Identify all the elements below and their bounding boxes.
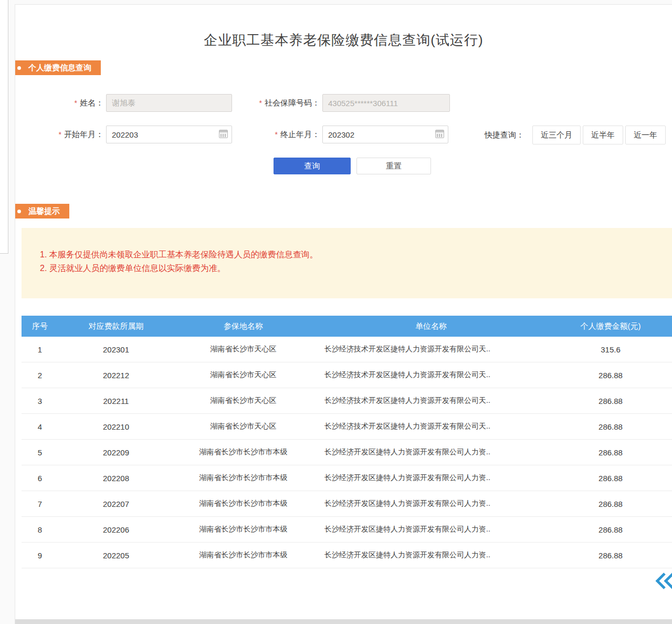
required-asterisk: * (275, 130, 278, 139)
section-badge-personal-query: 个人缴费信息查询 (15, 60, 101, 75)
name-input (106, 94, 232, 112)
form-actions: 查询 重置 (15, 158, 672, 174)
cell-company: 长沙经济开发区捷特人力资源开发有限公司人力资.. (313, 525, 549, 534)
cell-seq: 1 (22, 345, 58, 354)
ssn-input (322, 94, 450, 112)
table-row: 7 202207 湖南省长沙市长沙市市本级 长沙经济开发区捷特人力资源开发有限公… (22, 491, 672, 517)
cell-amount: 286.88 (549, 551, 672, 560)
cell-amount: 286.88 (549, 448, 672, 457)
start-month-label: *开始年月： (47, 130, 103, 140)
end-month-field-group: *终止年月： (246, 126, 448, 143)
section-badge-label: 个人缴费信息查询 (28, 63, 91, 73)
cell-company: 长沙经济技术开发区捷特人力资源开发有限公司天.. (313, 422, 549, 431)
cell-place: 湖南省长沙市长沙市市本级 (174, 525, 313, 534)
cell-company: 长沙经济开发区捷特人力资源开发有限公司人力资.. (313, 473, 549, 483)
table-row: 5 202209 湖南省长沙市长沙市市本级 长沙经济开发区捷特人力资源开发有限公… (22, 440, 672, 465)
cell-seq: 9 (22, 551, 58, 560)
quick-btn-half-year[interactable]: 近半年 (583, 126, 623, 144)
table-header-row: 序号 对应费款所属期 参保地名称 单位名称 个人缴费金额(元) (22, 316, 672, 337)
col-header-company: 单位名称 (313, 321, 549, 331)
cell-period: 202212 (58, 371, 174, 380)
col-header-place: 参保地名称 (174, 321, 313, 331)
calendar-icon[interactable] (435, 130, 444, 138)
quick-btn-one-year[interactable]: 近一年 (625, 126, 666, 144)
main-panel: 企业职工基本养老保险缴费信息查询(试运行) 个人缴费信息查询 *姓名： *社会保… (15, 4, 672, 624)
cell-seq: 5 (22, 448, 58, 457)
section-badge-tips: 温馨提示 (15, 204, 69, 219)
name-field-group: *姓名： (62, 94, 232, 112)
cell-seq: 2 (22, 371, 58, 380)
cell-company: 长沙经济技术开发区捷特人力资源开发有限公司天.. (313, 396, 549, 405)
cell-seq: 8 (22, 525, 58, 534)
end-month-label: *终止年月： (246, 130, 320, 140)
bullet-icon (17, 210, 21, 213)
cell-company: 长沙经济开发区捷特人力资源开发有限公司人力资.. (313, 499, 549, 508)
table-row: 9 202205 湖南省长沙市长沙市市本级 长沙经济开发区捷特人力资源开发有限公… (22, 543, 672, 568)
ssn-field-group: *社会保障号码： (246, 94, 450, 112)
col-header-amount: 个人缴费金额(元) (549, 321, 672, 331)
cell-amount: 286.88 (549, 500, 672, 508)
query-button[interactable]: 查询 (274, 158, 351, 174)
table-row: 2 202212 湖南省长沙市天心区 长沙经济技术开发区捷特人力资源开发有限公司… (22, 362, 672, 388)
table-row: 3 202211 湖南省长沙市天心区 长沙经济技术开发区捷特人力资源开发有限公司… (22, 388, 672, 414)
cell-period: 202208 (58, 474, 174, 483)
cell-seq: 7 (22, 500, 58, 508)
ssn-label: *社会保障号码： (246, 98, 320, 108)
bullet-icon (17, 66, 21, 70)
cell-amount: 286.88 (549, 371, 672, 380)
cell-company: 长沙经济技术开发区捷特人力资源开发有限公司天.. (313, 370, 549, 380)
cell-place: 湖南省长沙市长沙市市本级 (174, 473, 313, 483)
required-asterisk: * (59, 130, 61, 139)
cell-period: 202301 (58, 345, 174, 354)
quick-query-label: 快捷查询： (485, 130, 524, 140)
cell-amount: 286.88 (549, 525, 672, 534)
table-row: 1 202301 湖南省长沙市天心区 长沙经济技术开发区捷特人力资源开发有限公司… (22, 337, 672, 362)
cell-place: 湖南省长沙市天心区 (174, 422, 313, 431)
table-body: 1 202301 湖南省长沙市天心区 长沙经济技术开发区捷特人力资源开发有限公司… (22, 337, 672, 568)
results-table: 序号 对应费款所属期 参保地名称 单位名称 个人缴费金额(元) 1 202301… (22, 316, 672, 568)
reset-button[interactable]: 重置 (356, 158, 431, 174)
cell-amount: 286.88 (549, 474, 672, 483)
cell-seq: 6 (22, 474, 58, 483)
cell-place: 湖南省长沙市天心区 (174, 345, 313, 354)
table-row: 6 202208 湖南省长沙市长沙市市本级 长沙经济开发区捷特人力资源开发有限公… (22, 465, 672, 491)
start-month-field-group: *开始年月： (47, 126, 232, 143)
bottom-scrollbar[interactable] (15, 619, 672, 624)
cell-place: 湖南省长沙市长沙市市本级 (174, 448, 313, 457)
notice-line: 1. 本服务仅提供尚未领取企业职工基本养老保险待遇人员的缴费信息查询。 (40, 248, 662, 262)
cell-company: 长沙经济技术开发区捷特人力资源开发有限公司天.. (313, 345, 549, 354)
col-header-seq: 序号 (22, 321, 58, 331)
table-row: 8 202206 湖南省长沙市长沙市市本级 长沙经济开发区捷特人力资源开发有限公… (22, 517, 672, 543)
col-header-period: 对应费款所属期 (58, 321, 174, 331)
cell-period: 202206 (58, 525, 174, 534)
calendar-icon[interactable] (219, 130, 228, 138)
cell-period: 202210 (58, 422, 174, 431)
cell-amount: 315.6 (549, 345, 672, 354)
name-label: *姓名： (62, 98, 103, 108)
cell-place: 湖南省长沙市长沙市市本级 (174, 499, 313, 508)
notice-line: 2. 灵活就业人员的缴费单位信息以实际缴费为准。 (40, 262, 662, 275)
quick-btn-3months[interactable]: 近三个月 (532, 126, 581, 144)
cell-seq: 3 (22, 397, 58, 405)
notice-box: 1. 本服务仅提供尚未领取企业职工基本养老保险待遇人员的缴费信息查询。 2. 灵… (22, 228, 672, 298)
required-asterisk: * (259, 99, 262, 107)
cell-company: 长沙经济开发区捷特人力资源开发有限公司人力资.. (313, 448, 549, 457)
cell-place: 湖南省长沙市长沙市市本级 (174, 550, 313, 560)
left-sidebar-strip (0, 0, 8, 254)
required-asterisk: * (75, 99, 77, 107)
section-badge-label: 温馨提示 (28, 206, 60, 216)
page-title: 企业职工基本养老保险缴费信息查询(试运行) (15, 31, 672, 49)
cell-period: 202207 (58, 500, 174, 508)
end-month-input[interactable] (322, 126, 448, 143)
pension-query-page: 企业职工基本养老保险缴费信息查询(试运行) 个人缴费信息查询 *姓名： *社会保… (0, 0, 672, 624)
double-left-chevron-icon[interactable] (655, 571, 672, 591)
start-month-input[interactable] (106, 126, 232, 143)
quick-query-group: 快捷查询： 近三个月 近半年 近一年 (485, 126, 666, 144)
cell-period: 202205 (58, 551, 174, 560)
cell-amount: 286.88 (549, 422, 672, 431)
cell-period: 202209 (58, 448, 174, 457)
cell-company: 长沙经济开发区捷特人力资源开发有限公司人力资.. (313, 550, 549, 560)
cell-seq: 4 (22, 422, 58, 431)
table-row: 4 202210 湖南省长沙市天心区 长沙经济技术开发区捷特人力资源开发有限公司… (22, 414, 672, 440)
cell-place: 湖南省长沙市天心区 (174, 370, 313, 380)
